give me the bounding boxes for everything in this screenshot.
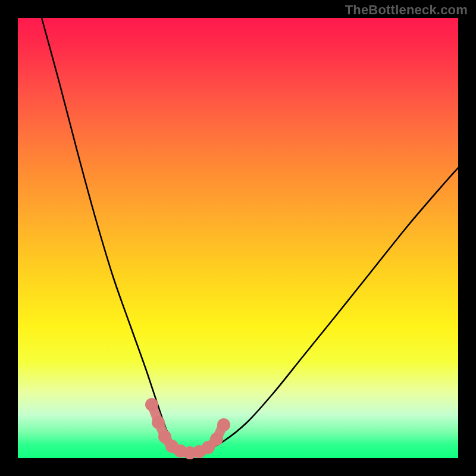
highlight-dot bbox=[217, 418, 230, 431]
plot-area bbox=[18, 18, 458, 458]
curves-svg bbox=[18, 18, 458, 458]
highlight-dot bbox=[210, 433, 223, 446]
highlight-dot bbox=[152, 416, 165, 429]
right-curve bbox=[190, 168, 458, 453]
highlight-dot bbox=[145, 398, 158, 411]
left-curve bbox=[42, 18, 190, 453]
watermark-text: TheBottleneck.com bbox=[345, 4, 468, 17]
